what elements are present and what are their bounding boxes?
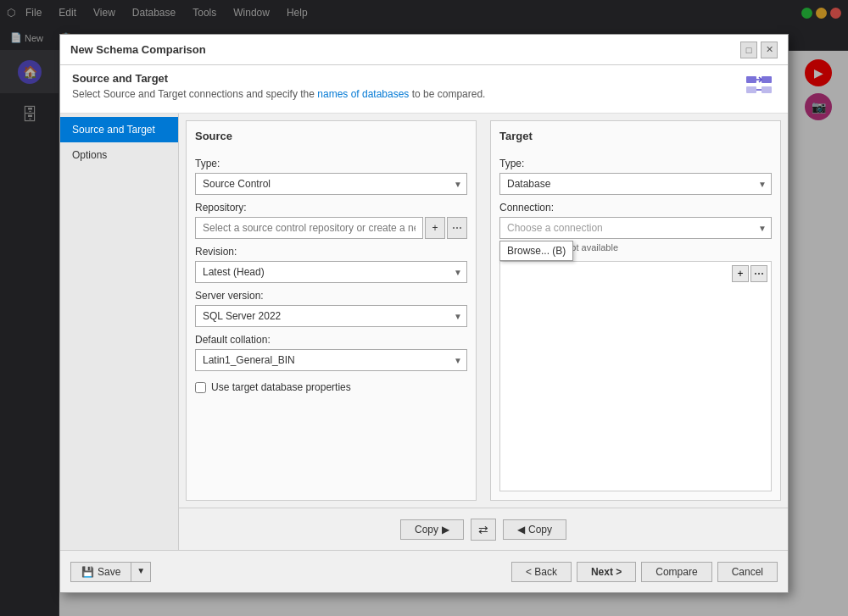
- copy-left-btn[interactable]: ◀ Copy: [503, 519, 566, 540]
- swap-btn[interactable]: ⇄: [471, 519, 496, 541]
- dialog-titlebar-controls: □ ✕: [740, 42, 778, 58]
- use-target-label: Use target database properties: [211, 381, 351, 393]
- target-db-list: + ⋯: [499, 261, 772, 491]
- save-btn-group: 💾 Save ▼: [70, 562, 151, 582]
- source-collation-select[interactable]: Latin1_General_BIN: [195, 349, 467, 371]
- source-revision-label: Revision:: [195, 246, 467, 258]
- source-revision-select[interactable]: Latest (Head): [195, 261, 467, 283]
- use-target-checkbox[interactable]: [195, 382, 206, 393]
- target-type-select[interactable]: Database Source Control: [499, 173, 772, 195]
- copy-right-label: Copy: [415, 524, 438, 536]
- target-connection-select[interactable]: Choose a connection: [499, 217, 772, 239]
- save-btn[interactable]: 💾 Save: [70, 562, 131, 582]
- copy-right-arrow-icon: ▶: [442, 524, 449, 536]
- source-repo-label: Repository:: [195, 202, 467, 214]
- browse-tooltip[interactable]: Browse... (B): [499, 241, 573, 261]
- copy-right-btn[interactable]: Copy ▶: [400, 519, 464, 540]
- copy-left-arrow-icon: ◀: [517, 524, 525, 536]
- target-panel: Target Type: Database Source Control ▼ C…: [490, 120, 781, 501]
- schema-icon-area: [742, 72, 776, 106]
- copy-left-label: Copy: [528, 524, 552, 536]
- save-label: Save: [98, 566, 120, 578]
- source-revision-select-wrapper: Latest (Head) ▼: [195, 261, 467, 283]
- svg-rect-1: [762, 76, 772, 83]
- dialog-header-bar: Source and Target Select Source and Targ…: [60, 65, 788, 114]
- target-type-label: Type:: [499, 158, 772, 169]
- target-panel-title: Target: [499, 130, 772, 142]
- db-add-btn[interactable]: +: [732, 265, 749, 282]
- swap-icon: ⇄: [478, 523, 488, 536]
- schema-comparison-dialog: New Schema Comparison □ ✕ Source and Tar…: [59, 34, 789, 593]
- db-list-controls: + ⋯: [732, 265, 767, 282]
- target-connection-label: Connection:: [499, 202, 772, 214]
- save-dropdown-btn[interactable]: ▼: [131, 562, 151, 582]
- nav-item-options[interactable]: Options: [60, 142, 178, 168]
- source-repo-more-btn[interactable]: ⋯: [447, 217, 467, 239]
- source-type-select-wrapper: Source Control Database ▼: [195, 173, 467, 195]
- section-title: Source and Target: [72, 72, 485, 85]
- dialog-maximize-btn[interactable]: □: [740, 42, 757, 58]
- target-connection-wrapper: Choose a connection ▼ Browse... (B): [499, 217, 772, 239]
- save-icon: 💾: [81, 566, 94, 578]
- source-server-version-wrapper: SQL Server 2022 SQL Server 2019 SQL Serv…: [195, 305, 467, 327]
- dialog-body: Source and Target Options Source Type: S…: [60, 114, 788, 550]
- source-checkbox-row: Use target database properties: [195, 381, 467, 393]
- source-server-version-select[interactable]: SQL Server 2022 SQL Server 2019 SQL Serv…: [195, 305, 467, 327]
- schema-comparison-icon: [742, 72, 776, 106]
- svg-rect-0: [746, 76, 756, 83]
- section-description: Select Source and Target connections and…: [72, 88, 485, 100]
- svg-rect-2: [746, 86, 756, 93]
- panels: Source Type: Source Control Database ▼ R…: [179, 114, 788, 508]
- svg-rect-3: [762, 86, 772, 93]
- db-more-btn[interactable]: ⋯: [750, 265, 767, 282]
- source-type-label: Type:: [195, 158, 467, 169]
- source-repo-row: + ⋯: [195, 217, 467, 239]
- back-btn[interactable]: < Back: [511, 562, 572, 582]
- source-server-version-label: Server version:: [195, 290, 467, 302]
- source-collation-wrapper: Latin1_General_BIN ▼: [195, 349, 467, 371]
- compare-btn[interactable]: Compare: [641, 562, 711, 582]
- cancel-btn[interactable]: Cancel: [717, 562, 778, 582]
- next-btn[interactable]: Next >: [577, 562, 636, 582]
- action-bar: Copy ▶ ⇄ ◀ Copy: [179, 508, 788, 550]
- source-repo-add-btn[interactable]: +: [425, 217, 445, 239]
- dialog-titlebar: New Schema Comparison □ ✕: [60, 35, 788, 65]
- dialog-title: New Schema Comparison: [70, 43, 206, 56]
- footer-right-buttons: < Back Next > Compare Cancel: [511, 562, 778, 582]
- source-panel-title: Source: [195, 130, 467, 142]
- source-collation-label: Default collation:: [195, 334, 467, 346]
- target-type-select-wrapper: Database Source Control ▼: [499, 173, 772, 195]
- dialog-content: Source Type: Source Control Database ▼ R…: [179, 114, 788, 550]
- source-repo-input[interactable]: [195, 217, 423, 239]
- source-panel: Source Type: Source Control Database ▼ R…: [186, 120, 477, 501]
- dialog-nav: Source and Target Options: [60, 114, 179, 550]
- dialog-close-btn[interactable]: ✕: [761, 42, 778, 58]
- dialog-footer: 💾 Save ▼ < Back Next > Compare Cancel: [60, 550, 788, 592]
- source-type-select[interactable]: Source Control Database: [195, 173, 467, 195]
- nav-item-source-target[interactable]: Source and Target: [60, 117, 178, 142]
